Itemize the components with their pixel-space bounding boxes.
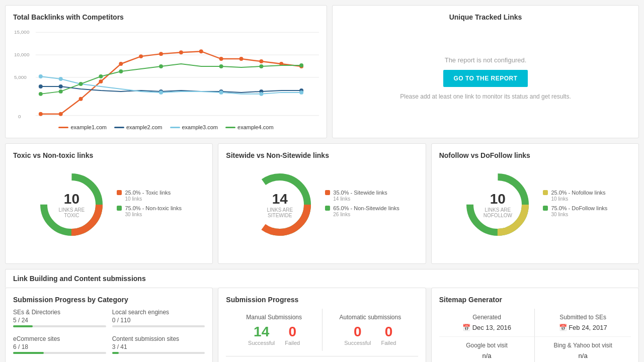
auto-successful-num: 0 [344, 324, 371, 340]
cat-value-3: 3 / 41 [112, 343, 205, 350]
cat-value-2: 6 / 18 [13, 343, 106, 350]
sitemap-card: Sitemap Generator Generated 📅 Dec 13, 20… [431, 288, 639, 362]
bottom-row: Submission Progress by Category SEs & Di… [5, 288, 639, 362]
toxic-dot-0 [117, 190, 122, 195]
category-card: Submission Progress by Category SEs & Di… [5, 288, 213, 362]
cat-item-2: eCommerce sites 6 / 18 [13, 335, 106, 356]
cat-item-1: Local search engines 0 / 110 [112, 309, 205, 329]
calendar-icon-generated: 📅 [462, 324, 470, 331]
dashboard: Total Backlinks with Competitors 15,000 … [0, 0, 644, 362]
nofollow-legend-item-1: 75.0% - DoFollow links 30 links [543, 205, 607, 217]
cat-label-1: Local search engines [112, 309, 205, 316]
cat-label-2: eCommerce sites [13, 335, 106, 342]
svg-point-39 [159, 64, 163, 68]
svg-point-32 [259, 92, 263, 96]
svg-point-23 [59, 84, 63, 88]
sitewide-legend-item-1: 65.0% - Non-Sitewide links 26 links [325, 205, 399, 217]
nofollow-donut-wrapper: 10 LINKS ARE NOFOLLOW [462, 169, 533, 240]
svg-point-9 [59, 112, 63, 116]
top-row: Total Backlinks with Competitors 15,000 … [5, 5, 639, 138]
sitewide-dot-0 [325, 190, 330, 195]
nofollow-donut-container: 10 LINKS ARE NOFOLLOW 25.0% - Nofollow l… [439, 164, 631, 245]
sitewide-legend-text-1: 65.0% - Non-Sitewide links 26 links [333, 205, 399, 217]
svg-text:10,000: 10,000 [14, 52, 30, 57]
legend-example2-line [114, 127, 124, 128]
legend-example3-line [170, 127, 180, 128]
manual-successful: 14 Successful [248, 324, 275, 346]
legend-example4-line [225, 127, 235, 128]
sitemap-submitted-label: Submitted to SEs [540, 314, 626, 321]
add-link-msg: Please add at least one link to monitor … [400, 93, 571, 100]
nofollow-dot-0 [543, 190, 548, 195]
manual-section: Manual Submissions 14 Successful 0 Faile… [226, 309, 322, 351]
svg-point-18 [239, 57, 244, 61]
svg-text:15,000: 15,000 [14, 29, 30, 35]
toxic-donut-label: LINKS ARE TOXIC [54, 207, 89, 218]
manual-values: 14 Successful 0 Failed [231, 324, 317, 346]
auto-values: 0 Successful 0 Failed [328, 324, 413, 346]
sitemap-bing-bot: Bing & Yahoo bot visit n/a [535, 337, 631, 362]
nofollow-legend-item-0: 25.0% - Nofollow links 10 links [543, 189, 607, 202]
svg-point-29 [59, 77, 63, 81]
auto-successful-label: Successful [344, 340, 371, 346]
toxic-legend-item-0: 25.0% - Toxic links 10 links [117, 189, 182, 202]
cat-bar-bg-1 [112, 325, 205, 327]
go-report-button[interactable]: GO TO THE REPORT [443, 70, 527, 87]
sitemap-generated: Generated 📅 Dec 13, 2016 [439, 309, 535, 337]
cat-bar-bg-0 [13, 325, 106, 327]
sitewide-dot-1 [325, 206, 330, 211]
toxic-dot-1 [117, 206, 122, 211]
nofollow-donut-center: 10 LINKS ARE NOFOLLOW [480, 191, 515, 218]
sitewide-donut-label: LINKS ARE SITEWIDE [262, 207, 297, 218]
legend-example4-label: example4.com [237, 124, 274, 130]
sitemap-grid: Generated 📅 Dec 13, 2016 Submitted to SE… [439, 309, 631, 362]
svg-point-36 [79, 82, 83, 86]
svg-point-16 [199, 49, 203, 53]
toxic-card: Toxic vs Non-toxic links 10 LINKS ARE TO… [5, 143, 213, 264]
cat-bar-fill-3 [112, 352, 119, 354]
toxic-title: Toxic vs Non-toxic links [13, 151, 205, 159]
middle-row: Toxic vs Non-toxic links 10 LINKS ARE TO… [5, 143, 639, 264]
svg-text:0: 0 [18, 114, 21, 119]
sitemap-bing-bot-label: Bing & Yahoo bot visit [540, 342, 626, 349]
sitemap-submitted-date: Feb 24, 2017 [569, 324, 607, 331]
nofollow-donut-label: LINKS ARE NOFOLLOW [480, 207, 515, 218]
category-grid: SEs & Directories 5 / 24 Local search en… [13, 309, 205, 362]
sitemap-generated-date: Dec 13, 2016 [472, 324, 511, 331]
svg-point-35 [59, 89, 63, 94]
total-submissions: Total Submissions 14 Successful 0 Failed [226, 356, 418, 362]
auto-failed: 0 Failed [381, 324, 396, 346]
svg-text:5,000: 5,000 [14, 74, 27, 80]
legend-example4: example4.com [225, 124, 274, 130]
legend-example2: example2.com [114, 124, 163, 130]
svg-point-8 [39, 112, 43, 116]
cat-bar-fill-0 [13, 325, 33, 327]
svg-point-15 [179, 50, 183, 54]
backlinks-chart: 15,000 10,000 5,000 0 [13, 26, 319, 122]
manual-label: Manual Submissions [231, 314, 317, 321]
manual-failed: 0 Failed [285, 324, 300, 346]
bottom-section-header: Link Building and Content submissions [5, 269, 639, 288]
backlinks-title: Total Backlinks with Competitors [13, 13, 319, 21]
cat-bar-fill-2 [13, 352, 44, 354]
nofollow-legend-text-0: 25.0% - Nofollow links 10 links [551, 189, 605, 202]
sitewide-donut-number: 14 [262, 191, 297, 207]
sitewide-title: Sitewide vs Non-Sitewide links [226, 151, 418, 159]
nofollow-donut-number: 10 [480, 191, 515, 207]
sitewide-donut-center: 14 LINKS ARE SITEWIDE [262, 191, 297, 218]
cat-item-3: Content submission sites 3 / 41 [112, 335, 205, 356]
toxic-legend-item-1: 75.0% - Non-toxic links 30 links [117, 205, 182, 217]
cat-bar-bg-3 [112, 352, 205, 354]
sitewide-donut-container: 14 LINKS ARE SITEWIDE 35.0% - Sitewide l… [226, 164, 418, 245]
cat-label-3: Content submission sites [112, 335, 205, 342]
cat-value-0: 5 / 24 [13, 317, 106, 324]
sitemap-google-bot: Google bot visit n/a [439, 337, 535, 362]
cat-value-1: 0 / 110 [112, 317, 205, 324]
svg-point-38 [119, 69, 123, 73]
auto-failed-num: 0 [381, 324, 396, 340]
not-configured-msg: The report is not configured. [445, 56, 527, 64]
cat-label-0: SEs & Directories [13, 309, 106, 316]
svg-point-17 [219, 57, 223, 61]
auto-label: Automatic submissions [328, 314, 413, 321]
svg-point-33 [299, 90, 303, 95]
